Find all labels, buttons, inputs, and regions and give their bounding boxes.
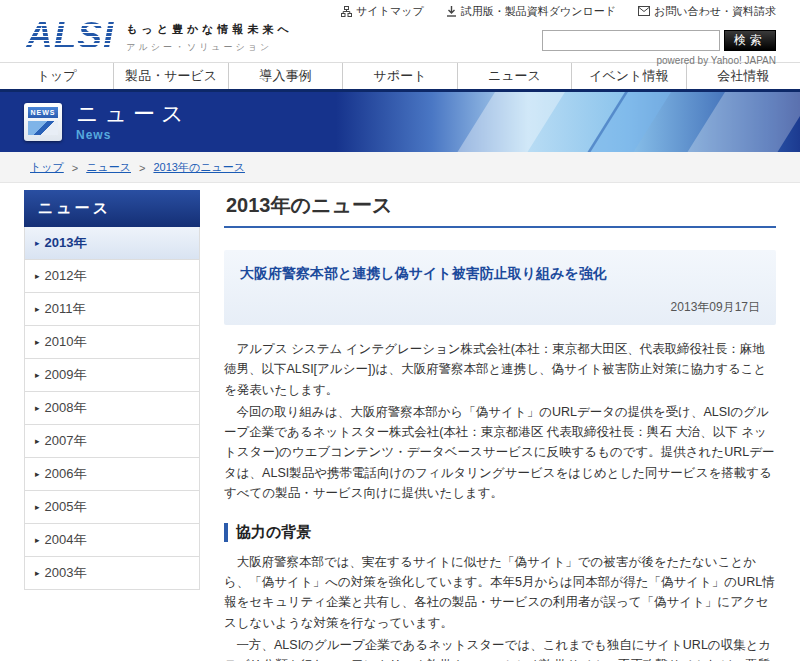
article-header-box: 大阪府警察本部と連携し偽サイト被害防止取り組みを強化 2013年09月17日 [224, 250, 776, 325]
tagline-main: もっと豊かな情報未来へ [126, 22, 293, 37]
banner-subtitle: News [76, 128, 190, 142]
contact-link[interactable]: お問い合わせ・資料請求 [638, 4, 776, 19]
sidebar-item-2011[interactable]: ▸2011年 [25, 293, 199, 326]
triangle-bullet-icon: ▸ [35, 337, 40, 347]
download-icon [446, 6, 457, 17]
article-title: 大阪府警察本部と連携し偽サイト被害防止取り組みを強化 [240, 265, 760, 283]
section-heading-background: 協力の背景 [224, 523, 776, 542]
article-date: 2013年09月17日 [240, 299, 760, 316]
page-banner: NEWS ニュース News [0, 89, 800, 152]
article-body: アルプス システム インテグレーション株式会社(本社：東京都大田区、代表取締役社… [224, 339, 776, 661]
triangle-bullet-icon: ▸ [35, 403, 40, 413]
sidebar-year-list: ▸2013年 ▸2012年 ▸2011年 ▸2010年 ▸2009年 ▸2008… [24, 227, 200, 590]
download-link-label: 試用版・製品資料ダウンロード [461, 4, 616, 19]
sidebar-title: ニュース [24, 190, 200, 227]
article-paragraph: 今回の取り組みは、大阪府警察本部から「偽サイト」のURLデータの提供を受け、AL… [224, 402, 776, 503]
banner-heading: ニュース News [76, 103, 190, 142]
sidebar-item-2007[interactable]: ▸2007年 [25, 425, 199, 458]
triangle-bullet-icon: ▸ [35, 469, 40, 479]
sidebar-item-2006[interactable]: ▸2006年 [25, 458, 199, 491]
mail-icon [638, 6, 650, 16]
triangle-bullet-icon: ▸ [35, 535, 40, 545]
sidebar-item-2009[interactable]: ▸2009年 [25, 359, 199, 392]
site-header: ALSI もっと豊かな情報未来へ アルシー・ソリューション 検索 powered… [24, 18, 776, 62]
sitemap-link[interactable]: サイトマップ [341, 4, 424, 19]
triangle-bullet-icon: ▸ [35, 370, 40, 380]
sidebar-item-2005[interactable]: ▸2005年 [25, 491, 199, 524]
sidebar-news: ニュース ▸2013年 ▸2012年 ▸2011年 ▸2010年 ▸2009年 … [24, 190, 200, 661]
nav-item-products[interactable]: 製品・サービス [113, 63, 227, 89]
download-link[interactable]: 試用版・製品資料ダウンロード [446, 4, 616, 19]
breadcrumb-link-2013[interactable]: 2013年のニュース [153, 160, 245, 175]
breadcrumb-link-top[interactable]: トップ [30, 160, 64, 175]
sidebar-item-2008[interactable]: ▸2008年 [25, 392, 199, 425]
tagline-sub: アルシー・ソリューション [126, 41, 293, 54]
sidebar-item-2010[interactable]: ▸2010年 [25, 326, 199, 359]
search-zone: 検索 powered by Yahoo! JAPAN [542, 30, 776, 66]
news-icon: NEWS [24, 103, 62, 141]
alsi-logo[interactable]: ALSI もっと豊かな情報未来へ アルシー・ソリューション [26, 18, 293, 54]
breadcrumb-separator: > [72, 162, 78, 174]
nav-item-support[interactable]: サポート [342, 63, 456, 89]
nav-item-news[interactable]: ニュース [457, 63, 571, 89]
sidebar-item-2013[interactable]: ▸2013年 [25, 227, 199, 260]
banner-title: ニュース [76, 103, 190, 125]
global-nav: トップ 製品・サービス 導入事例 サポート ニュース イベント情報 会社情報 [0, 62, 800, 89]
breadcrumb-separator: > [139, 162, 145, 174]
sidebar-item-2004[interactable]: ▸2004年 [25, 524, 199, 557]
triangle-bullet-icon: ▸ [35, 238, 40, 248]
breadcrumb-bar: トップ > ニュース > 2013年のニュース [0, 152, 800, 183]
page-title: 2013年のニュース [224, 190, 776, 228]
sitemap-icon [341, 6, 352, 17]
top-utility-bar: サイトマップ 試用版・製品資料ダウンロード お問い合わせ・資料請求 [24, 0, 776, 18]
triangle-bullet-icon: ▸ [35, 271, 40, 281]
triangle-bullet-icon: ▸ [35, 304, 40, 314]
logo-tagline: もっと豊かな情報未来へ アルシー・ソリューション [126, 18, 293, 54]
nav-item-top[interactable]: トップ [0, 63, 113, 89]
nav-item-cases[interactable]: 導入事例 [228, 63, 342, 89]
breadcrumb-link-news[interactable]: ニュース [86, 160, 131, 175]
nav-item-events[interactable]: イベント情報 [571, 63, 685, 89]
main-content: 2013年のニュース 大阪府警察本部と連携し偽サイト被害防止取り組みを強化 20… [224, 190, 776, 661]
breadcrumb: トップ > ニュース > 2013年のニュース [24, 152, 776, 182]
article-paragraph: 大阪府警察本部では、実在するサイトに似せた「偽サイト」での被害が後をたたないこと… [224, 552, 776, 633]
powered-by-label: powered by Yahoo! JAPAN [542, 55, 776, 66]
triangle-bullet-icon: ▸ [35, 436, 40, 446]
sidebar-item-2012[interactable]: ▸2012年 [25, 260, 199, 293]
search-button[interactable]: 検索 [724, 30, 776, 51]
triangle-bullet-icon: ▸ [35, 568, 40, 578]
nav-item-company[interactable]: 会社情報 [686, 63, 800, 89]
article-paragraph: アルプス システム インテグレーション株式会社(本社：東京都大田区、代表取締役社… [224, 339, 776, 400]
contact-link-label: お問い合わせ・資料請求 [654, 4, 776, 19]
article-paragraph: 一方、ALSIのグループ企業であるネットスターでは、これまでも独自にサイトURL… [224, 635, 776, 661]
sitemap-link-label: サイトマップ [356, 4, 424, 19]
alsi-logo-mark: ALSI [26, 18, 114, 54]
triangle-bullet-icon: ▸ [35, 502, 40, 512]
sidebar-item-2003[interactable]: ▸2003年 [25, 557, 199, 589]
search-input[interactable] [542, 30, 720, 51]
content-area: ニュース ▸2013年 ▸2012年 ▸2011年 ▸2010年 ▸2009年 … [24, 190, 776, 661]
